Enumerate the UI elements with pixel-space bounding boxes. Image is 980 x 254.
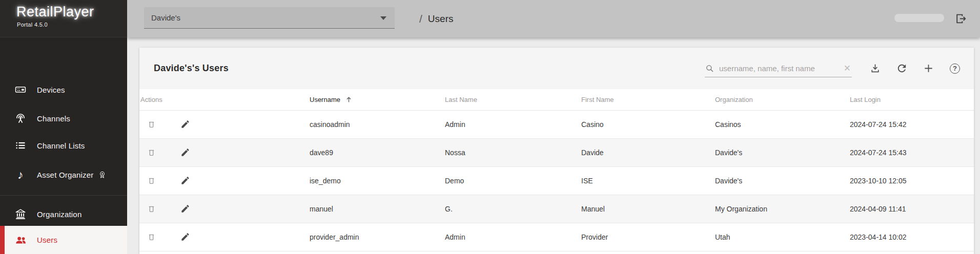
bank-icon	[14, 208, 27, 220]
breadcrumb: / Users	[419, 0, 453, 37]
help-button[interactable]: ?	[947, 61, 963, 76]
download-button[interactable]	[867, 61, 883, 76]
cell-last-login: 2023-10-10 12:05	[849, 166, 974, 195]
column-header-organization[interactable]: Organization	[714, 89, 849, 110]
sidebar-item-devices[interactable]: Devices	[0, 78, 127, 101]
sidebar-item-channel-lists[interactable]: Channel Lists	[0, 134, 127, 157]
cell-last-login: 2024-07-24 15:43	[849, 138, 974, 166]
delete-user-button[interactable]	[147, 147, 156, 157]
cell-organization: Davide's	[714, 138, 849, 166]
sort-ascending-icon	[344, 95, 353, 104]
sidebar-item-asset-organizer[interactable]: ♪ Asset Organizer	[0, 163, 127, 186]
cell-first-name: ISE	[580, 166, 714, 195]
trash-icon	[147, 176, 156, 185]
edit-user-button[interactable]	[180, 119, 190, 129]
sidebar-item-label: Channels	[37, 114, 70, 123]
organization-select-value: Davide's	[151, 13, 180, 22]
column-header-username[interactable]: Username	[309, 89, 444, 110]
sidebar: RetailPlayer Portal 4.5.0 Devices	[0, 0, 127, 254]
devices-icon	[14, 83, 27, 96]
sidebar-item-label: Users	[37, 236, 57, 244]
cell-first-name: Casino	[580, 110, 714, 138]
help-icon: ?	[950, 64, 960, 74]
cell-last-login: 2024-07-24 15:42	[849, 110, 974, 138]
delete-user-button[interactable]	[147, 204, 156, 214]
users-table: Actions Username	[139, 89, 974, 251]
table-row: casinoadmin Admin Casino Casinos 2024-07…	[139, 110, 974, 138]
table-header-row: Actions Username	[139, 89, 974, 110]
content-area: Davide's's Users ✕	[127, 37, 980, 254]
cell-last-name: Admin	[444, 223, 580, 251]
pencil-icon	[180, 147, 190, 157]
portal-version: Portal 4.5.0	[17, 22, 48, 28]
sidebar-divider	[0, 195, 127, 196]
cell-last-login: 2023-04-14 10:02	[849, 223, 974, 251]
trash-icon	[147, 204, 156, 214]
cell-username: manuel	[309, 195, 444, 223]
app-logo: RetailPlayer	[16, 4, 94, 20]
sidebar-item-channels[interactable]: Channels	[0, 107, 127, 130]
cell-username: dave89	[309, 138, 444, 166]
delete-user-button[interactable]	[147, 119, 156, 129]
chevron-down-icon	[380, 16, 386, 20]
plus-icon	[923, 62, 934, 74]
cell-first-name: Provider	[580, 223, 714, 251]
username-placeholder-pill	[894, 14, 944, 22]
sidebar-item-users[interactable]: Users	[0, 226, 127, 254]
broadcast-icon	[14, 112, 27, 124]
delete-user-button[interactable]	[147, 176, 156, 185]
pencil-icon	[180, 119, 190, 129]
cell-last-name: Admin	[444, 110, 580, 138]
sidebar-item-organization[interactable]: Organization	[0, 202, 127, 226]
top-bar: Davide's / Users	[127, 0, 980, 37]
cell-organization: My Organization	[714, 195, 849, 223]
add-user-button[interactable]	[921, 61, 936, 76]
pencil-icon	[180, 204, 190, 214]
premium-badge-icon	[98, 171, 107, 179]
logout-icon	[954, 12, 968, 26]
logout-button[interactable]	[952, 10, 969, 27]
cell-username: provider_admin	[309, 223, 444, 251]
column-header-last-name[interactable]: Last Name	[444, 89, 580, 110]
column-header-last-login[interactable]: Last Login	[849, 89, 974, 110]
retailplayer-portal: RetailPlayer Portal 4.5.0 Devices	[0, 0, 980, 254]
edit-user-button[interactable]	[180, 147, 190, 157]
breadcrumb-current-page: Users	[428, 13, 454, 25]
music-note-icon: ♪	[14, 169, 27, 180]
sidebar-item-label: Asset Organizer	[37, 171, 94, 179]
table-row: manuel G. Manuel My Organization 2024-04…	[139, 195, 974, 223]
organization-select[interactable]: Davide's	[144, 7, 395, 29]
page-title: Davide's's Users	[154, 63, 229, 74]
column-header-actions[interactable]: Actions	[139, 89, 309, 110]
sidebar-item-label: Organization	[37, 210, 81, 219]
clear-search-icon[interactable]: ✕	[843, 64, 852, 73]
search-box: ✕	[705, 60, 852, 77]
refresh-button[interactable]	[894, 61, 909, 76]
users-card: Davide's's Users ✕	[139, 48, 974, 254]
edit-user-button[interactable]	[180, 176, 190, 185]
cell-organization: Casinos	[714, 110, 849, 138]
edit-user-button[interactable]	[180, 232, 190, 242]
card-toolbar: Davide's's Users ✕	[139, 48, 974, 89]
search-input[interactable]	[719, 64, 843, 73]
cell-last-login: 2024-04-09 11:41	[849, 195, 974, 223]
sidebar-item-label: Channel Lists	[37, 141, 85, 150]
trash-icon	[147, 147, 156, 157]
table-row: ise_demo Demo ISE Davide's 2023-10-10 12…	[139, 166, 974, 195]
refresh-icon	[896, 62, 908, 74]
search-icon	[705, 64, 714, 73]
cell-last-name: Demo	[444, 166, 580, 195]
cell-username: ise_demo	[309, 166, 444, 195]
cell-username: casinoadmin	[309, 110, 444, 138]
cell-first-name: Davide	[580, 138, 714, 166]
sidebar-item-label: Devices	[37, 86, 65, 94]
edit-user-button[interactable]	[180, 204, 190, 214]
download-icon	[869, 62, 881, 74]
table-row: provider_admin Admin Provider Utah 2023-…	[139, 223, 974, 251]
breadcrumb-separator: /	[419, 13, 422, 25]
column-header-first-name[interactable]: First Name	[580, 89, 714, 110]
list-icon	[14, 139, 27, 152]
cell-organization: Utah	[714, 223, 849, 251]
delete-user-button[interactable]	[147, 232, 156, 242]
cell-last-name: G.	[444, 195, 580, 223]
